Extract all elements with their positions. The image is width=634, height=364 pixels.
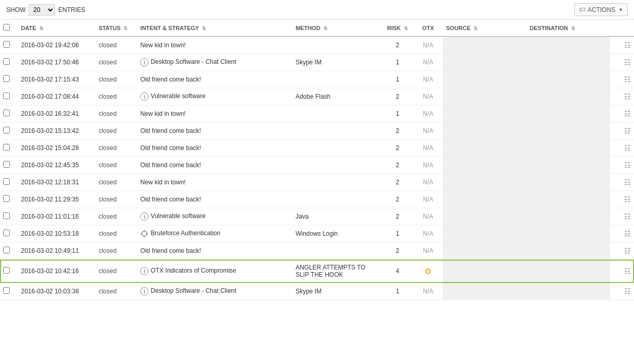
cell-method: [292, 71, 382, 88]
col-risk[interactable]: RISK ⇅: [382, 20, 413, 36]
cell-action[interactable]: ☷: [610, 54, 634, 71]
cell-source: [443, 191, 527, 208]
cell-otx: N/A: [413, 140, 443, 157]
cell-date: 2016-03-02 17:15:43: [18, 71, 95, 88]
cell-action[interactable]: ☷: [610, 191, 634, 208]
cell-action[interactable]: ☷: [610, 208, 634, 225]
detail-icon[interactable]: ☷: [624, 267, 631, 275]
tag-icon: 🏷: [579, 6, 586, 14]
detail-icon[interactable]: ☷: [624, 144, 631, 152]
cell-source: [443, 71, 527, 88]
row-checkbox[interactable]: [3, 161, 10, 168]
cell-status: closed: [96, 105, 137, 123]
col-destination[interactable]: DESTINATION ⇅: [527, 20, 610, 36]
col-intent[interactable]: INTENT & STRATEGY ⇅: [137, 20, 292, 36]
intent-sort-icon: ⇅: [202, 26, 206, 31]
cell-action[interactable]: ☷: [610, 105, 634, 123]
cell-date: 2016-03-02 15:04:28: [18, 140, 95, 157]
row-checkbox[interactable]: [3, 247, 10, 253]
row-checkbox[interactable]: [3, 127, 10, 133]
cell-method: Skype IM: [292, 54, 382, 71]
cell-method: [292, 123, 382, 140]
row-checkbox[interactable]: [3, 110, 10, 116]
cell-action[interactable]: ☷: [610, 283, 634, 300]
table-row: 2016-03-02 10:42:16closediOTX Indicators…: [0, 260, 634, 283]
cell-date: 2016-03-02 12:18:31: [18, 174, 95, 191]
col-date[interactable]: DATE ⇅: [18, 20, 95, 36]
row-checkbox[interactable]: [3, 267, 10, 274]
cell-action[interactable]: ☷: [610, 260, 634, 283]
col-source[interactable]: SOURCE ⇅: [443, 20, 527, 36]
row-checkbox[interactable]: [3, 41, 10, 48]
row-checkbox[interactable]: [3, 92, 10, 99]
cell-action[interactable]: ☷: [610, 36, 634, 54]
cell-otx: N/A: [413, 283, 443, 300]
row-checkbox[interactable]: [3, 178, 10, 185]
cell-date: 2016-03-02 10:53:18: [18, 225, 95, 242]
cell-action[interactable]: ☷: [610, 242, 634, 260]
detail-icon[interactable]: ☷: [624, 178, 631, 186]
cell-action[interactable]: ☷: [610, 225, 634, 242]
detail-icon[interactable]: ☷: [624, 230, 631, 238]
detail-icon[interactable]: ☷: [624, 161, 631, 169]
row-checkbox[interactable]: [3, 58, 10, 65]
intent-text: Vulnerable software: [151, 92, 206, 100]
cell-intent: Old friend come back!: [137, 140, 292, 157]
cell-action[interactable]: ☷: [610, 174, 634, 191]
cell-risk: 4: [382, 260, 413, 283]
cell-action[interactable]: ☷: [610, 88, 634, 105]
cell-destination: [527, 123, 610, 140]
row-checkbox[interactable]: [3, 287, 10, 294]
svg-point-0: [142, 231, 147, 236]
detail-icon[interactable]: ☷: [624, 195, 631, 204]
detail-icon[interactable]: ☷: [624, 287, 631, 295]
cell-intent: iOTX Indicators of Compromise: [137, 260, 292, 283]
detail-icon[interactable]: ☷: [624, 41, 631, 49]
actions-button[interactable]: 🏷 ACTIONS ▼: [574, 3, 628, 16]
top-bar: SHOW 102050100 ENTRIES 🏷 ACTIONS ▼: [0, 0, 634, 20]
cell-action[interactable]: ☷: [610, 123, 634, 140]
col-method[interactable]: METHOD ⇅: [292, 20, 382, 36]
detail-icon[interactable]: ☷: [624, 127, 631, 135]
row-checkbox[interactable]: [3, 230, 10, 236]
cell-action[interactable]: ☷: [610, 157, 634, 174]
row-checkbox[interactable]: [3, 212, 10, 219]
table-body: 2016-03-02 19:42:06closedNew kid in town…: [0, 36, 634, 300]
entries-select[interactable]: 102050100: [29, 4, 55, 16]
cell-intent: Old friend come back!: [137, 123, 292, 140]
cell-source: [443, 123, 527, 140]
cell-risk: 2: [382, 242, 413, 260]
actions-dropdown-icon: ▼: [618, 7, 623, 12]
select-all-checkbox[interactable]: [3, 24, 10, 31]
detail-icon[interactable]: ☷: [624, 247, 631, 255]
cell-destination: [527, 88, 610, 105]
table-row: 2016-03-02 15:13:42closedOld friend come…: [0, 123, 634, 140]
row-checkbox[interactable]: [3, 75, 10, 82]
detail-icon[interactable]: ☷: [624, 58, 631, 66]
intent-text: Desktop Software - Chat Client: [151, 58, 236, 65]
cell-otx: N/A: [413, 208, 443, 225]
row-checkbox[interactable]: [3, 195, 10, 202]
cell-status: closed: [96, 260, 137, 283]
detail-icon[interactable]: ☷: [624, 110, 631, 118]
cell-date: 2016-03-02 12:45:35: [18, 157, 95, 174]
intent-text: Desktop Software - Chat Client: [151, 287, 236, 294]
cell-source: [443, 140, 527, 157]
cell-action[interactable]: ☷: [610, 71, 634, 88]
cell-source: [443, 260, 527, 283]
cell-action[interactable]: ☷: [610, 140, 634, 157]
cell-method: Windows Login: [292, 225, 382, 242]
cell-status: closed: [96, 54, 137, 71]
detail-icon[interactable]: ☷: [624, 92, 631, 101]
cell-destination: [527, 225, 610, 242]
cell-otx: N/A: [413, 88, 443, 105]
table-row: 2016-03-02 17:50:46closediDesktop Softwa…: [0, 54, 634, 71]
row-checkbox[interactable]: [3, 144, 10, 151]
cell-intent: iVulnerable software: [137, 88, 292, 105]
intent-text: Bruteforce Authentication: [151, 230, 220, 237]
cell-date: 2016-03-02 17:50:46: [18, 54, 95, 71]
detail-icon[interactable]: ☷: [624, 212, 631, 221]
col-status[interactable]: STATUS ⇅: [96, 20, 137, 36]
table-row: 2016-03-02 17:15:43closedOld friend come…: [0, 71, 634, 88]
detail-icon[interactable]: ☷: [624, 75, 631, 84]
